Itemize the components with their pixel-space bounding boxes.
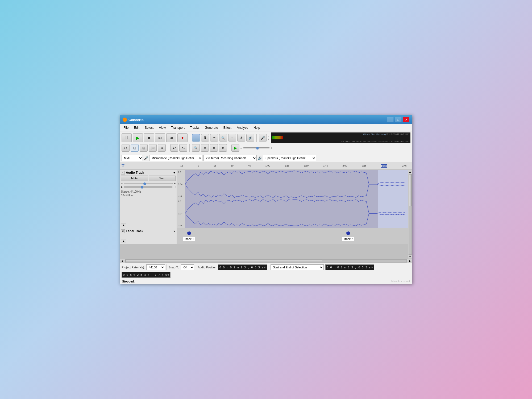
menubar: File Edit Select View Transport Tracks G… (120, 124, 412, 131)
zoom-out-button[interactable]: ⊘ (219, 144, 227, 152)
vu-click-monitor[interactable]: Click to Start Monitoring (363, 133, 386, 135)
menu-help[interactable]: Help (251, 125, 263, 131)
snap-to-section: Snap-To (168, 266, 179, 269)
cut-button[interactable]: ✂ (122, 144, 130, 152)
undo-button[interactable]: ↩ (170, 144, 178, 152)
h-scrollbar-track[interactable] (125, 259, 407, 263)
select-tool-button[interactable]: I (192, 134, 200, 142)
audio-position-display[interactable]: 0 0 h 0 2 m 2 3 , 6 5 3 s ▼ (218, 264, 267, 270)
solo-button[interactable]: Solo (149, 176, 176, 181)
gain-slider[interactable] (124, 183, 173, 184)
stop-button[interactable]: ■ (144, 133, 154, 142)
timeshift-tool-button[interactable]: ↔ (228, 134, 236, 142)
label-track-collapse[interactable]: ▲ (121, 239, 126, 243)
label-track-name: Label Track (126, 229, 172, 233)
zoom-normal-button[interactable]: ⊕ (201, 144, 209, 152)
skip-back-button[interactable]: ⏮ (155, 133, 165, 142)
label-box-1[interactable]: Track 1 (183, 237, 195, 241)
h-scrollbar-thumb[interactable] (126, 260, 322, 262)
paste-button[interactable]: ⊞ (140, 144, 148, 152)
watermark: MusicFocus.net (391, 280, 410, 283)
label-marker-2: ⬟ Track 2 (342, 230, 354, 241)
speakers-select[interactable]: Speakers (Realtek High Definiti (263, 155, 316, 161)
menu-analyze[interactable]: Analyze (234, 125, 251, 131)
track-header: ✕ Audio Track ▼ (121, 171, 176, 174)
menu-select[interactable]: Select (142, 125, 156, 131)
sep-1 (190, 134, 190, 142)
scroll-right-arrow[interactable]: ▶ (408, 259, 412, 263)
v-scrollbar-track[interactable] (409, 174, 412, 255)
multitool-button[interactable]: ✳ (237, 134, 245, 142)
bottom-status-bar: Stopped. MusicFocus.net (120, 279, 412, 284)
play-green-button[interactable]: ▶ (231, 144, 239, 152)
maximize-button[interactable]: □ (395, 117, 401, 122)
close-button[interactable]: ✕ (403, 117, 409, 122)
menu-edit[interactable]: Edit (131, 125, 142, 131)
menu-file[interactable]: File (121, 125, 131, 131)
audio-host-select[interactable]: MME (122, 155, 143, 161)
menu-view[interactable]: View (156, 125, 168, 131)
scroll-left-arrow[interactable]: ◀ (120, 259, 124, 263)
mute-button[interactable]: Mute (121, 176, 148, 181)
snap-to-select[interactable]: Off (181, 264, 194, 270)
pause-button[interactable]: ⏸ (122, 133, 132, 142)
track-collapse-button[interactable]: ▲ (121, 223, 126, 227)
sel-end-arrow[interactable]: ▼ (168, 273, 169, 277)
menu-transport[interactable]: Transport (169, 125, 187, 131)
audio-pos-arrow[interactable]: ▼ (264, 266, 266, 269)
channels-select[interactable]: 2 (Stereo) Recording Channels (203, 155, 257, 161)
project-rate-select[interactable]: 44100 (146, 264, 165, 270)
zoom-fit-button[interactable]: ⊗ (210, 144, 218, 152)
menu-tracks[interactable]: Tracks (188, 125, 202, 131)
silence-button[interactable]: ⇔ (158, 144, 166, 152)
microphone-select[interactable]: Microphone (Realtek High Defini (149, 155, 202, 161)
volume-tool-button[interactable]: 🔊 (246, 134, 254, 142)
empty-track-area (120, 244, 408, 259)
dropdown-row: MME 🎤 Microphone (Realtek High Defini 2 … (120, 154, 412, 162)
project-rate-section: Project Rate (Hz): (122, 266, 145, 269)
menu-effect[interactable]: Effect (221, 125, 234, 131)
envelope-tool-button[interactable]: ⇅ (201, 134, 209, 142)
label-box-2[interactable]: Track 2 (342, 237, 354, 241)
vertical-scrollbar[interactable]: ▲ ▼ (408, 170, 412, 259)
redo-button[interactable]: ↪ (179, 144, 187, 152)
selection-end-display[interactable]: 0 0 h 0 2 m 3 6 , 7 7 6 s ▼ (122, 272, 171, 278)
horizontal-scrollbar[interactable]: ◀ ▶ (120, 259, 412, 263)
zoom-select-button[interactable]: 🔍 (219, 134, 227, 142)
waveform-area[interactable]: 1.0 0.0– -1.0 1.0 0.0– -1.0 (177, 170, 408, 228)
audio-track-name: Audio Track (126, 171, 172, 174)
draw-tool-button[interactable]: ✏ (210, 134, 218, 142)
stopped-label: Stopped. (122, 280, 135, 283)
ruler-marks: -150153045 1:001:151:301:45 2:002:15 2:3… (178, 164, 408, 168)
trim-button[interactable]: ||⇒ (149, 144, 157, 152)
label-track-area[interactable]: ⬟ Track 1 ⬟ Track 2 (177, 228, 408, 244)
scale-bot-1: -1.0 (178, 195, 184, 198)
copy-button[interactable]: ⊡ (131, 144, 139, 152)
pan-left-label: L (121, 185, 123, 188)
play-cursor-triangle: ▽ (122, 163, 124, 168)
label-track-close-btn[interactable]: ✕ (121, 229, 125, 233)
track-close-btn[interactable]: ✕ (121, 171, 125, 174)
record-button[interactable]: ● (177, 133, 188, 142)
selection-section: Start and End of Selection (271, 264, 324, 270)
skip-fwd-button[interactable]: ⏭ (166, 133, 176, 142)
status-sep-2 (196, 264, 196, 270)
label-track-dropdown[interactable]: ▼ (173, 230, 176, 233)
timeline-ruler[interactable]: ▽ -150153045 1:001:151:301:45 2:002:15 2… (120, 162, 412, 170)
track-info: Stereo, 44100Hz 32-bit float (121, 190, 176, 197)
pan-slider[interactable] (124, 186, 173, 188)
track-dropdown-arrow[interactable]: ▼ (173, 171, 176, 174)
play-button[interactable]: ▶ (133, 133, 143, 142)
selection-start-display[interactable]: 0 0 h 0 2 m 2 3 , 6 5 3 s ▼ (325, 264, 374, 270)
menu-generate[interactable]: Generate (202, 125, 221, 131)
app-title: Concerto (128, 118, 144, 122)
v-scrollbar-thumb[interactable] (409, 174, 412, 206)
minimize-button[interactable]: – (387, 117, 393, 122)
selection-type-select[interactable]: Start and End of Selection (271, 264, 324, 270)
scroll-up-arrow[interactable]: ▲ (408, 170, 412, 174)
scale-mid-2: 0.0– (178, 212, 184, 215)
project-rate-label: Project Rate (Hz): (122, 266, 145, 269)
scroll-down-arrow[interactable]: ▼ (408, 255, 412, 259)
sel-start-arrow[interactable]: ▼ (371, 266, 373, 269)
zoom-in-button[interactable]: 🔍 (192, 144, 200, 152)
